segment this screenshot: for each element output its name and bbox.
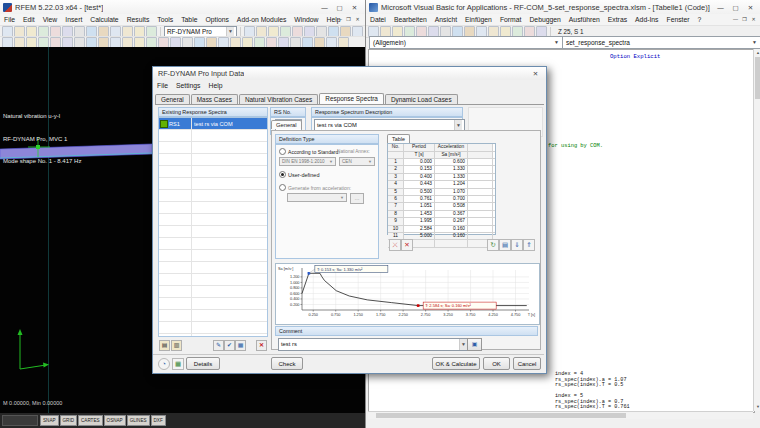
spectra-table[interactable]: No.PeriodAccelerationT [s]Sa [m/s²]10.00…	[387, 143, 496, 235]
menu-item-item[interactable]: ?	[694, 15, 706, 24]
chevron-down-icon[interactable]: ▼	[554, 37, 559, 48]
menu-item-add-ins[interactable]: Add-Ins	[631, 15, 662, 24]
details-button[interactable]: Details	[186, 357, 220, 370]
table-cell[interactable]: 0.508	[435, 203, 468, 209]
mdi-minimize-icon[interactable]: —	[731, 15, 740, 24]
mdi-close-icon[interactable]: ✕	[353, 15, 362, 24]
list-row[interactable]	[159, 226, 267, 238]
cancel-button[interactable]: Cancel	[513, 357, 541, 370]
table-cell[interactable]	[468, 226, 493, 232]
menu-item-table[interactable]: Table	[177, 15, 201, 24]
status-toggle-osnap[interactable]: OSNAP	[104, 415, 126, 426]
radio-according-standard[interactable]: According to Standard:	[279, 148, 340, 155]
menu-item-file[interactable]: File	[153, 81, 172, 90]
list-row[interactable]	[159, 130, 267, 142]
menu-item-file[interactable]: File	[0, 15, 19, 24]
radio-user-defined[interactable]: User-defined	[279, 171, 320, 178]
table-cell[interactable]: 3	[388, 174, 404, 180]
table-cell[interactable]	[468, 181, 493, 187]
table-cell[interactable]: 0.500	[404, 189, 435, 195]
status-toggle-cartes[interactable]: CARTES	[78, 415, 103, 426]
menu-item-options[interactable]: Options	[201, 15, 232, 24]
list-row[interactable]	[159, 238, 267, 250]
table-cell[interactable]: 1.204	[435, 181, 468, 187]
table-cell[interactable]: 0.761	[404, 196, 435, 202]
menu-item-settings[interactable]: Settings	[172, 81, 205, 90]
select-all-icon[interactable]: ✔	[224, 340, 235, 351]
tab-mass-cases[interactable]: Mass Cases	[191, 94, 238, 104]
table-cell[interactable]: 0.160	[435, 226, 468, 232]
vertical-scrollbar[interactable]: ▲ ▼	[753, 49, 760, 411]
table-cell[interactable]: 6	[388, 196, 404, 202]
list-row[interactable]	[159, 322, 267, 334]
table-cell[interactable]: 8	[388, 211, 404, 217]
table-cell[interactable]: 1.453	[404, 211, 435, 217]
subtab-general[interactable]: General	[271, 120, 302, 129]
export-icon[interactable]: ⇑	[523, 239, 535, 251]
minimize-icon[interactable]: —	[317, 2, 332, 13]
comment-combo[interactable]: test rs▼	[278, 338, 470, 351]
menu-item-debuggen[interactable]: Debuggen	[525, 15, 564, 24]
status-toggle-snap[interactable]: SNAP	[40, 415, 59, 426]
menu-item-format[interactable]: Format	[496, 15, 526, 24]
status-toggle-dxf[interactable]: DXF	[151, 415, 166, 426]
status-toggle-grid[interactable]: GRID	[60, 415, 77, 426]
table-cell[interactable]: 0.153	[404, 166, 435, 172]
list-row[interactable]	[159, 190, 267, 202]
menu-item-extras[interactable]: Extras	[604, 15, 631, 24]
maximize-icon[interactable]: ▢	[332, 2, 347, 13]
menu-item-ansicht[interactable]: Ansicht	[431, 15, 461, 24]
mdi-restore-icon[interactable]: ❐	[740, 15, 749, 24]
close-icon[interactable]: ✕	[347, 2, 362, 13]
ok-button[interactable]: OK	[483, 357, 510, 370]
table-cell[interactable]	[468, 211, 493, 217]
table-cell[interactable]: 7	[388, 203, 404, 209]
edit-icon[interactable]: ✎	[213, 340, 224, 351]
copy-spectrum-icon[interactable]: ▥	[171, 340, 182, 351]
units-icon[interactable]: ▦	[172, 358, 184, 370]
minimize-icon[interactable]: —	[713, 2, 728, 13]
radio-icon[interactable]	[279, 148, 286, 155]
list-row[interactable]	[159, 166, 267, 178]
save-table-icon[interactable]: ▤	[499, 239, 511, 251]
table-cell[interactable]	[468, 203, 493, 209]
table-cell[interactable]: 0.267	[435, 218, 468, 224]
menu-item-fenster[interactable]: Fenster	[663, 15, 694, 24]
radio-icon[interactable]	[279, 171, 286, 178]
table-cell[interactable]: 0.367	[435, 211, 468, 217]
scroll-up-icon[interactable]: ▲	[754, 49, 760, 57]
clear-table-icon[interactable]: ✕	[401, 239, 413, 251]
spectrum-list-item-selected[interactable]: RS1test rs via COM	[159, 118, 267, 130]
mdi-close-icon[interactable]: ✕	[749, 15, 758, 24]
list-row[interactable]	[159, 298, 267, 310]
list-row[interactable]	[159, 334, 267, 337]
menu-item-datei[interactable]: Datei	[366, 15, 390, 24]
scrollbar-thumb[interactable]	[376, 413, 626, 418]
existing-spectra-list[interactable]: RS1test rs via COM	[158, 117, 268, 337]
table-cell[interactable]	[468, 166, 493, 172]
list-row[interactable]	[159, 262, 267, 274]
list-row[interactable]	[159, 202, 267, 214]
table-cell[interactable]: 2	[388, 166, 404, 172]
menu-item-ausf-hren[interactable]: Ausführen	[565, 15, 604, 24]
chevron-down-icon[interactable]: ▼	[459, 339, 467, 350]
chevron-down-icon[interactable]: ▼	[226, 27, 234, 36]
table-tab[interactable]: Table	[387, 134, 410, 143]
mdi-minimize-icon[interactable]: —	[335, 15, 344, 24]
table-cell[interactable]: 1.070	[435, 189, 468, 195]
close-icon[interactable]: ✕	[528, 69, 543, 79]
table-cell[interactable]: 5	[388, 189, 404, 195]
menu-item-calculate[interactable]: Calculate	[86, 15, 122, 24]
new-spectrum-icon[interactable]: ▤	[159, 340, 170, 351]
chevron-down-icon[interactable]: ▼	[752, 37, 757, 48]
refresh-icon[interactable]: ↻	[487, 239, 499, 251]
menu-item-window[interactable]: Window	[290, 15, 322, 24]
list-icon[interactable]: ▦	[235, 340, 246, 351]
list-row[interactable]	[159, 250, 267, 262]
tab-general[interactable]: General	[155, 94, 190, 104]
help-icon[interactable]: ◔	[158, 358, 170, 370]
table-cell[interactable]: 0.700	[435, 196, 468, 202]
table-cell[interactable]: 9	[388, 218, 404, 224]
tab-response-spectra[interactable]: Response Spectra	[319, 93, 384, 104]
menu-item-view[interactable]: View	[39, 15, 62, 24]
